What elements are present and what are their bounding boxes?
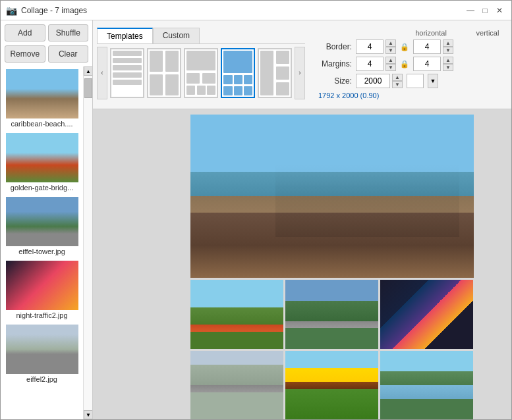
border-v-up[interactable]: ▲	[443, 39, 453, 47]
tab-bar: Templates Custom	[97, 28, 305, 44]
size-input[interactable]	[356, 74, 390, 88]
margins-h-up[interactable]: ▲	[385, 57, 396, 64]
svg-rect-11	[202, 73, 215, 84]
svg-rect-17	[234, 75, 242, 84]
templates-next-button[interactable]: ›	[295, 47, 305, 99]
svg-rect-9	[186, 51, 215, 70]
main-window: 📷 Collage - 7 images — □ ✕ Add Shuffle R…	[0, 0, 512, 420]
add-button[interactable]: Add	[5, 24, 45, 41]
controls-section: horizontal vertical Border: ▲ ▼	[316, 29, 507, 100]
template-thumb[interactable]	[258, 48, 292, 98]
margins-label: Margins:	[316, 59, 352, 68]
margins-lock-icon[interactable]: 🔒	[400, 59, 409, 68]
template-svg	[259, 49, 291, 97]
collage-image-pier	[190, 115, 474, 278]
template-thumb[interactable]	[110, 48, 144, 98]
item-label: eiffel-tower.jpg	[6, 248, 78, 255]
templates-grid: ‹	[97, 44, 305, 102]
margins-v-up[interactable]: ▲	[443, 57, 453, 64]
remove-button[interactable]: Remove	[5, 45, 45, 63]
template-svg	[222, 49, 254, 97]
maximize-button[interactable]: □	[478, 4, 492, 17]
templates-prev-button[interactable]: ‹	[97, 47, 107, 99]
svg-rect-25	[276, 82, 289, 95]
list-item[interactable]: night-traffic2.jpg	[1, 258, 83, 322]
border-lock-icon[interactable]: 🔒	[400, 42, 409, 51]
size-up[interactable]: ▲	[392, 74, 403, 81]
thumbnail	[6, 197, 78, 246]
svg-rect-0	[113, 51, 142, 56]
collage-image-traffic	[380, 280, 473, 349]
image-list: caribbean-beach.... golden-gate-bridg...…	[1, 66, 83, 419]
title-bar-left: 📷 Collage - 7 images	[6, 5, 87, 16]
horizontal-label: horizontal	[411, 29, 451, 37]
template-thumb[interactable]	[147, 48, 181, 98]
svg-rect-24	[276, 66, 289, 80]
shuffle-button[interactable]: Shuffle	[48, 24, 89, 41]
tab-templates[interactable]: Templates	[97, 28, 153, 43]
close-button[interactable]: ✕	[493, 4, 506, 17]
svg-rect-13	[197, 86, 206, 95]
collage-container	[190, 115, 474, 419]
border-h-spinner: ▲ ▼	[385, 39, 396, 54]
thumbnail	[6, 325, 78, 374]
svg-rect-14	[207, 86, 215, 95]
border-h-down[interactable]: ▼	[385, 47, 396, 54]
color-picker[interactable]	[407, 74, 424, 88]
template-svg	[185, 49, 217, 97]
border-v-down[interactable]: ▼	[443, 47, 453, 54]
scroll-thumb[interactable]	[84, 78, 92, 98]
thumbnail	[6, 133, 78, 182]
border-v-group: ▲ ▼	[413, 39, 453, 54]
list-item[interactable]: golden-gate-bridg...	[1, 130, 83, 194]
margins-v-group: ▲ ▼	[413, 57, 453, 71]
clear-button[interactable]: Clear	[48, 45, 89, 63]
size-group: ▲ ▼	[356, 74, 403, 88]
template-svg	[111, 49, 143, 97]
svg-rect-20	[234, 86, 242, 95]
tabs-section: Templates Custom ‹	[97, 28, 305, 102]
scroll-track	[84, 76, 92, 410]
svg-rect-3	[113, 72, 142, 78]
list-item[interactable]: eiffel2.jpg	[1, 322, 83, 386]
list-item[interactable]: eiffel-tower.jpg	[1, 194, 83, 258]
size-spinner: ▲ ▼	[392, 74, 403, 88]
svg-rect-8	[165, 74, 179, 95]
svg-rect-10	[186, 73, 200, 84]
margins-v-down[interactable]: ▼	[443, 64, 453, 71]
template-thumb-selected[interactable]	[221, 48, 255, 98]
thumbnail	[6, 69, 78, 118]
svg-rect-15	[223, 51, 252, 73]
template-thumb[interactable]	[184, 48, 218, 98]
item-label: golden-gate-bridg...	[6, 184, 78, 192]
collage-row-3	[190, 351, 474, 419]
border-h-input[interactable]	[356, 39, 384, 54]
svg-rect-7	[150, 74, 163, 95]
margins-h-down[interactable]: ▼	[385, 64, 396, 71]
minimize-button[interactable]: —	[464, 4, 477, 17]
vertical-scrollbar[interactable]: ▲ ▼	[83, 66, 92, 419]
margins-row: Margins: ▲ ▼ 🔒 ▲	[316, 57, 507, 71]
scroll-up-button[interactable]: ▲	[84, 66, 92, 76]
color-dropdown-button[interactable]: ▼	[428, 74, 438, 88]
svg-rect-5	[150, 51, 163, 72]
svg-rect-23	[276, 51, 289, 64]
scroll-down-button[interactable]: ▼	[84, 410, 92, 419]
margins-h-input[interactable]	[356, 57, 384, 71]
size-info: 1792 x 2000 (0.90)	[316, 91, 507, 100]
size-down[interactable]: ▼	[392, 81, 403, 88]
tab-custom[interactable]: Custom	[153, 28, 200, 43]
app-icon: 📷	[6, 5, 17, 16]
vertical-label: vertical	[468, 29, 507, 37]
svg-rect-2	[113, 65, 142, 70]
list-item[interactable]: caribbean-beach....	[1, 66, 83, 130]
svg-rect-18	[244, 75, 252, 84]
svg-rect-21	[244, 86, 252, 95]
svg-rect-6	[165, 51, 179, 72]
item-label: night-traffic2.jpg	[6, 311, 78, 319]
border-v-input[interactable]	[413, 39, 441, 54]
title-buttons: — □ ✕	[464, 4, 506, 17]
border-h-group: ▲ ▼	[356, 39, 396, 54]
border-h-up[interactable]: ▲	[385, 39, 396, 47]
margins-v-input[interactable]	[413, 57, 441, 71]
